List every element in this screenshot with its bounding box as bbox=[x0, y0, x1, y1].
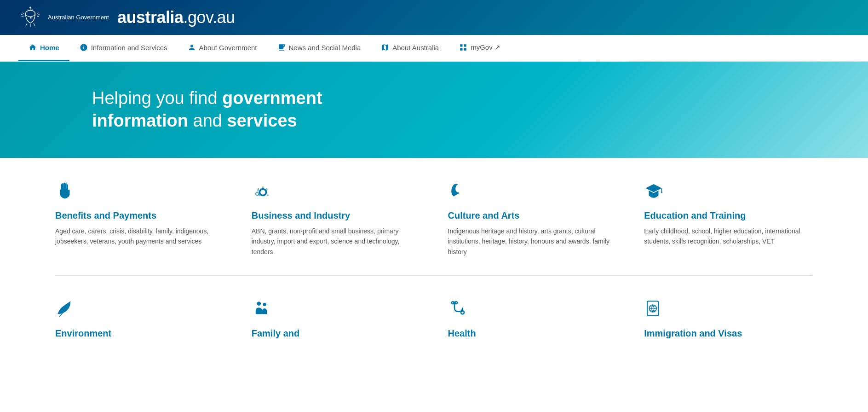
stethoscope-icon bbox=[448, 299, 617, 321]
newspaper-icon bbox=[277, 43, 286, 52]
boomerang-icon bbox=[448, 181, 617, 203]
svg-point-6 bbox=[263, 303, 266, 306]
gov-label: Australian Government bbox=[48, 14, 109, 21]
hands-icon bbox=[55, 181, 224, 203]
family-title[interactable]: Family and bbox=[252, 327, 420, 339]
site-header: ★ Australian Government australia.gov.au bbox=[0, 0, 868, 35]
site-title: australia.gov.au bbox=[117, 8, 235, 27]
benefits-desc: Aged care, carers, crisis, disability, f… bbox=[55, 226, 224, 247]
category-grid-row1: Benefits and Payments Aged care, carers,… bbox=[55, 181, 813, 257]
nav-item-home[interactable]: Home bbox=[18, 35, 69, 61]
education-desc: Early childhood, school, higher educatio… bbox=[644, 226, 813, 247]
hero-banner: Helping you find government information … bbox=[0, 62, 868, 158]
svg-point-1 bbox=[29, 7, 31, 8]
culture-title[interactable]: Culture and Arts bbox=[448, 209, 617, 221]
culture-desc: Indigenous heritage and history, arts gr… bbox=[448, 226, 617, 257]
hero-text: Helping you find government information … bbox=[92, 87, 322, 133]
benefits-title[interactable]: Benefits and Payments bbox=[55, 209, 224, 221]
home-icon bbox=[29, 43, 37, 52]
svg-point-4 bbox=[256, 193, 258, 195]
nav-item-about-aus[interactable]: About Australia bbox=[371, 35, 449, 61]
globe-icon bbox=[644, 299, 813, 321]
main-nav: Home Information and Services About Gove… bbox=[0, 35, 868, 62]
category-grid-row2: Environment Family and bbox=[55, 299, 813, 339]
section-divider bbox=[55, 275, 813, 276]
business-desc: ABN, grants, non-profit and small busine… bbox=[252, 226, 420, 257]
graduation-icon bbox=[644, 181, 813, 203]
category-environment: Environment bbox=[55, 299, 224, 339]
logo-group: ★ Australian Government bbox=[18, 6, 109, 29]
education-title[interactable]: Education and Training bbox=[644, 209, 813, 221]
coat-of-arms-icon: ★ bbox=[18, 6, 42, 29]
main-content: Benefits and Payments Aged care, carers,… bbox=[0, 158, 868, 362]
svg-point-5 bbox=[257, 302, 261, 306]
category-immigration: Immigration and Visas bbox=[644, 299, 813, 339]
person-icon bbox=[188, 43, 196, 52]
nav-item-news[interactable]: News and Social Media bbox=[267, 35, 371, 61]
business-title[interactable]: Business and Industry bbox=[252, 209, 420, 221]
info-icon bbox=[80, 43, 88, 52]
category-family: Family and bbox=[252, 299, 420, 339]
gear-icon bbox=[252, 181, 420, 203]
grid-icon bbox=[459, 43, 467, 52]
category-health: Health bbox=[448, 299, 617, 339]
map-icon bbox=[381, 43, 389, 52]
category-business: Business and Industry ABN, grants, non-p… bbox=[252, 181, 420, 257]
nav-item-about-gov[interactable]: About Government bbox=[178, 35, 267, 61]
health-title[interactable]: Health bbox=[448, 327, 617, 339]
leaf-icon bbox=[55, 299, 224, 321]
nav-item-info[interactable]: Information and Services bbox=[69, 35, 178, 61]
svg-point-0 bbox=[26, 10, 35, 17]
category-benefits: Benefits and Payments Aged care, carers,… bbox=[55, 181, 224, 257]
category-education: Education and Training Early childhood, … bbox=[644, 181, 813, 257]
svg-point-7 bbox=[461, 311, 464, 314]
immigration-title[interactable]: Immigration and Visas bbox=[644, 327, 813, 339]
category-culture: Culture and Arts Indigenous heritage and… bbox=[448, 181, 617, 257]
family-icon bbox=[252, 299, 420, 321]
environment-title[interactable]: Environment bbox=[55, 327, 224, 339]
nav-item-mygov[interactable]: myGov ↗ bbox=[449, 35, 511, 61]
